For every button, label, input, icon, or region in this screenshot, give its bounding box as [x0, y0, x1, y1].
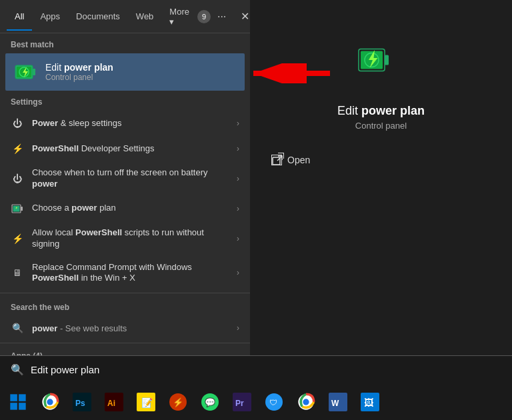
open-button[interactable]: Open	[263, 151, 318, 169]
chevron-icon-3: ›	[237, 174, 239, 183]
divider-1	[0, 293, 250, 293]
taskbar-vpn[interactable]: 🛡	[259, 387, 289, 417]
search-bar: 🔍	[0, 355, 512, 383]
chevron-icon-2: ›	[237, 144, 239, 153]
search-bar-icon: 🔍	[11, 363, 24, 376]
settings-item-text-2: PowerShell Developer Settings	[32, 143, 229, 155]
svg-point-23	[47, 399, 53, 405]
svg-text:Pr: Pr	[235, 399, 244, 408]
search-query: power	[32, 323, 57, 333]
best-match-subtitle: Control panel	[45, 73, 237, 82]
search-input[interactable]	[31, 364, 501, 375]
best-match-item[interactable]: Edit power plan Control panel	[5, 53, 245, 91]
taskbar-photos[interactable]: 🖼	[355, 387, 385, 417]
svg-text:Ai: Ai	[107, 399, 115, 408]
svg-text:📝: 📝	[141, 397, 153, 409]
svg-rect-18	[10, 394, 17, 401]
tab-documents[interactable]: Documents	[68, 2, 128, 31]
search-icon: 🔍	[11, 321, 24, 335]
tab-more-options[interactable]: ···	[212, 1, 231, 32]
svg-rect-14	[273, 157, 280, 165]
svg-rect-20	[10, 403, 17, 410]
power-icon: ⏻	[11, 117, 24, 130]
taskbar-app5[interactable]: ⚡	[163, 387, 193, 417]
taskbar-word[interactable]: W	[323, 387, 353, 417]
right-panel: Edit power plan Control panel Open	[250, 0, 512, 383]
start-menu: All Apps Documents Web More ▾ 9 ··· ✕ Be…	[0, 0, 512, 383]
settings-item-replace-cmd[interactable]: 🖥 Replace Command Prompt with Windows Po…	[0, 256, 250, 291]
divider-2	[0, 343, 250, 343]
search-panel: All Apps Documents Web More ▾ 9 ··· ✕ Be…	[0, 0, 250, 383]
web-search-label: Search the web	[0, 296, 250, 316]
taskbar: Ps Ai 📝 ⚡ �	[0, 383, 512, 420]
settings-item-text-6: Replace Command Prompt with Windows Powe…	[32, 262, 229, 285]
svg-text:🛡: 🛡	[269, 398, 277, 407]
best-match-label: Best match	[0, 33, 250, 53]
taskbar-whatsapp[interactable]: 💬	[195, 387, 225, 417]
battery-icon	[11, 202, 24, 215]
taskbar-chrome[interactable]	[35, 387, 65, 417]
open-icon	[271, 155, 282, 165]
chevron-icon-1: ›	[237, 119, 239, 128]
svg-rect-1	[33, 69, 35, 75]
web-search-item[interactable]: 🔍 power - See web results ›	[0, 316, 250, 340]
taskbar-sticky-notes[interactable]: 📝	[131, 387, 161, 417]
svg-text:Ps: Ps	[75, 399, 85, 408]
chevron-icon-web: ›	[237, 323, 239, 333]
terminal-icon: 🖥	[11, 266, 24, 279]
taskbar-chrome-alt[interactable]	[291, 387, 321, 417]
svg-text:💬: 💬	[205, 397, 216, 408]
settings-item-text-5: Allow local PowerShell scripts to run wi…	[32, 227, 229, 250]
chevron-icon-5: ›	[237, 234, 239, 243]
chevron-icon-6: ›	[237, 268, 239, 277]
best-match-title: Edit power plan	[45, 62, 237, 73]
svg-rect-19	[19, 394, 25, 401]
web-item-text: power - See web results	[32, 323, 229, 333]
screen-icon: ⏻	[11, 172, 24, 185]
tab-all[interactable]: All	[7, 2, 32, 31]
start-button[interactable]	[3, 387, 33, 417]
tab-apps[interactable]: Apps	[32, 2, 68, 31]
settings-item-text-4: Choose a power plan	[32, 203, 229, 214]
desktop: All Apps Documents Web More ▾ 9 ··· ✕ Be…	[0, 0, 512, 420]
svg-rect-21	[19, 403, 25, 410]
settings-item-text-1: Power & sleep settings	[32, 118, 229, 129]
power-plan-icon	[13, 60, 37, 84]
svg-point-39	[303, 399, 309, 405]
chevron-icon-4: ›	[237, 204, 239, 213]
right-panel-icon	[355, 40, 408, 93]
best-match-text: Edit power plan Control panel	[45, 62, 237, 82]
taskbar-photoshop[interactable]: Ps	[67, 387, 97, 417]
open-label: Open	[287, 155, 310, 165]
tab-more[interactable]: More ▾	[161, 0, 197, 36]
settings-item-power-sleep[interactable]: ⏻ Power & sleep settings ›	[0, 111, 250, 136]
tabs-bar: All Apps Documents Web More ▾ 9 ··· ✕	[0, 0, 250, 33]
right-panel-subtitle: Control panel	[355, 121, 407, 131]
red-arrow	[247, 63, 333, 86]
see-web-label: - See web results	[60, 323, 127, 333]
search-results: Best match	[0, 33, 250, 383]
right-panel-title: Edit power plan	[337, 104, 425, 118]
settings-item-screen-off[interactable]: ⏻ Choose when to turn off the screen on …	[0, 161, 250, 196]
settings-label: Settings	[0, 91, 250, 111]
svg-text:⚡: ⚡	[173, 397, 184, 408]
settings-item-powershell-dev[interactable]: ⚡ PowerShell Developer Settings ›	[0, 136, 250, 161]
powershell-icon-2: ⚡	[11, 232, 24, 245]
svg-rect-6	[21, 207, 23, 211]
settings-item-text-3: Choose when to turn off the screen on ba…	[32, 167, 229, 190]
tabs-right: 9 ··· ✕	[197, 1, 255, 32]
svg-text:🖼: 🖼	[364, 397, 373, 408]
tab-web[interactable]: Web	[128, 2, 162, 31]
taskbar-illustrator[interactable]: Ai	[99, 387, 129, 417]
powershell-icon-1: ⚡	[11, 142, 24, 155]
settings-item-allow-scripts[interactable]: ⚡ Allow local PowerShell scripts to run …	[0, 221, 250, 256]
settings-item-choose-plan[interactable]: Choose a power plan ›	[0, 196, 250, 221]
svg-text:W: W	[331, 399, 339, 408]
svg-rect-10	[385, 55, 389, 65]
tab-count: 9	[197, 10, 211, 23]
taskbar-premiere[interactable]: Pr	[227, 387, 257, 417]
